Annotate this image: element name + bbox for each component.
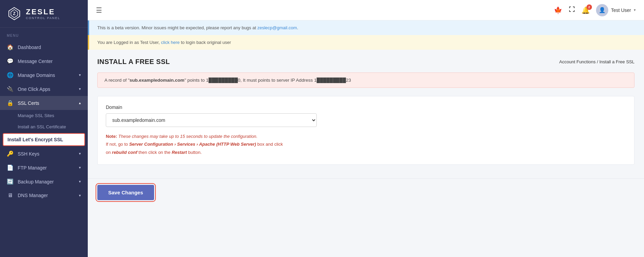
error-domain: sub.exampledomain.com [130,78,184,83]
sidebar-item-manage-domains[interactable]: 🌐 Manage Domains ▾ [0,68,88,82]
chevron-down-icon: ▾ [79,87,81,91]
note-prefix: Note: [106,134,117,139]
server-icon: 🖥 [7,192,14,198]
note-line2-bold: Server Configuration › Services › Apache… [129,142,256,147]
sidebar-item-ssh-keys[interactable]: 🔑 SSH Keys ▾ [0,147,88,161]
logo-text: ZESLE CONTROL PANEL [26,7,60,20]
page-content: This is a beta version. Minor issues mig… [88,20,644,257]
error-pre: A record of " [104,78,130,83]
main-area: ☰ 🍁 🔔 2 👤 Test User ▾ This is a beta ver… [88,0,644,257]
note-rebuild: rebuild conf [112,150,137,155]
chevron-down-icon: ▾ [79,179,81,184]
page-header: INSTALL A FREE SSL Account Functions / I… [97,58,634,66]
beta-email-link[interactable]: zeslecp@gmail.com [257,25,297,30]
sidebar-subitem-label: Install an SSL Certificate [18,124,66,129]
note-text: Note: These changes may take up to 15 se… [106,132,626,156]
breadcrumb: Account Functions / Install a Free SSL [559,59,634,64]
breadcrumb-parent: Account Functions [559,59,596,64]
chevron-down-icon: ▾ [79,151,81,156]
menu-label: MENU [0,28,88,40]
lock-icon: 🔒 [7,100,14,106]
sidebar-subitem-label: Manage SSL Sites [18,113,54,118]
logo-subtitle: CONTROL PANEL [26,16,60,20]
user-menu[interactable]: 👤 Test User ▾ [596,4,636,16]
login-alert: You are Logged in as Test User, click he… [88,35,644,50]
svg-text:Z: Z [13,11,15,16]
chevron-up-icon: ▴ [79,101,81,105]
globe-icon: 🌐 [7,72,14,78]
sidebar-item-dns-manager[interactable]: 🖥 DNS Manager ▾ [0,189,88,202]
save-section: Save Changes [88,178,644,206]
note-restart: Restart [172,150,187,155]
chevron-down-icon: ▾ [79,73,81,77]
sidebar-item-dashboard[interactable]: 🏠 Dashboard [0,40,88,54]
maple-leaf-icon[interactable]: 🍁 [554,6,562,14]
sidebar-subitem-install-ssl-cert[interactable]: Install an SSL Certificate [0,121,88,132]
beta-alert-text: This is a beta version. Minor issues mig… [97,25,257,30]
sidebar-item-ssl-certs[interactable]: 🔒 SSL Certs ▴ [0,96,88,110]
sidebar-item-label: Backup Manager [18,179,54,184]
logo-icon: Z [7,6,22,21]
breadcrumb-current: Install a Free SSL [599,59,634,64]
sidebar-item-label: One Click Apps [18,86,50,92]
home-icon: 🏠 [7,44,14,50]
sidebar-item-label: SSL Certs [18,100,39,106]
note-line2-post: box and click [256,142,283,147]
backup-icon: 🔄 [7,178,14,185]
sidebar-item-label: SSH Keys [18,151,39,157]
plugin-icon: 🔌 [7,86,14,92]
sidebar-item-ftp-manager[interactable]: 📄 FTP Manager ▾ [0,161,88,175]
chevron-down-icon: ▾ [79,193,81,198]
avatar: 👤 [596,4,608,16]
chevron-down-icon: ▾ [79,165,81,170]
note-line3-pre: on [106,150,112,155]
note-line1: These changes may take up to 15 seconds … [118,134,258,139]
user-dropdown-arrow: ▾ [634,8,636,12]
note-line3-mid: then click on the [137,150,171,155]
sidebar-item-label: FTP Manager [18,165,47,171]
save-changes-button[interactable]: Save Changes [97,185,154,200]
page-title: INSTALL A FREE SSL [97,58,170,66]
key-icon: 🔑 [7,150,14,157]
sidebar-item-label: DNS Manager [18,193,48,198]
content-area: INSTALL A FREE SSL Account Functions / I… [88,50,644,178]
fullscreen-icon[interactable] [568,6,575,14]
login-text-post: to login back original user [180,40,231,45]
note-line2-pre: If not, go to [106,142,129,147]
sidebar: Z ZESLE CONTROL PANEL MENU 🏠 Dashboard 💬… [0,0,88,257]
error-notice: A record of "sub.exampledomain.com" poin… [97,73,634,88]
sidebar-item-message-center[interactable]: 💬 Message Center [0,54,88,68]
logo-name: ZESLE [26,7,60,16]
logo-area: Z ZESLE CONTROL PANEL [0,0,88,28]
sidebar-item-label: Manage Domains [18,73,55,78]
notification-badge: 2 [587,4,592,10]
topbar-icons: 🍁 🔔 2 👤 Test User ▾ [554,4,636,16]
sidebar-item-one-click-apps[interactable]: 🔌 One Click Apps ▾ [0,82,88,96]
form-section: Domain sub.exampledomain.com exampledoma… [97,96,634,165]
topbar: ☰ 🍁 🔔 2 👤 Test User ▾ [88,0,644,20]
beta-alert: This is a beta version. Minor issues mig… [88,20,644,35]
domain-label: Domain [106,105,626,110]
click-here-link[interactable]: click here [161,40,180,45]
sidebar-item-label: Dashboard [18,45,41,50]
notification-bell-icon[interactable]: 🔔 2 [581,6,590,14]
domain-select[interactable]: sub.exampledomain.com exampledomain.com [106,113,317,127]
sidebar-item-label: Message Center [18,59,53,64]
login-text-pre: You are Logged in as Test User, [97,40,161,45]
sidebar-subitem-manage-ssl-sites[interactable]: Manage SSL Sites [0,110,88,121]
user-name: Test User [611,7,631,13]
hamburger-button[interactable]: ☰ [96,6,102,14]
sidebar-subitem-install-lets-encrypt[interactable]: Install Let's Encrypt SSL [3,133,85,146]
breadcrumb-sep: / [597,59,599,64]
sidebar-item-backup-manager[interactable]: 🔄 Backup Manager ▾ [0,175,88,189]
error-mid: " points to 1█████████0, It must points … [184,78,351,83]
sidebar-subitem-label: Install Let's Encrypt SSL [7,137,63,142]
note-line3-post: button. [187,150,201,155]
message-icon: 💬 [7,58,14,64]
beta-alert-end: . [297,25,298,30]
file-icon: 📄 [7,164,14,171]
